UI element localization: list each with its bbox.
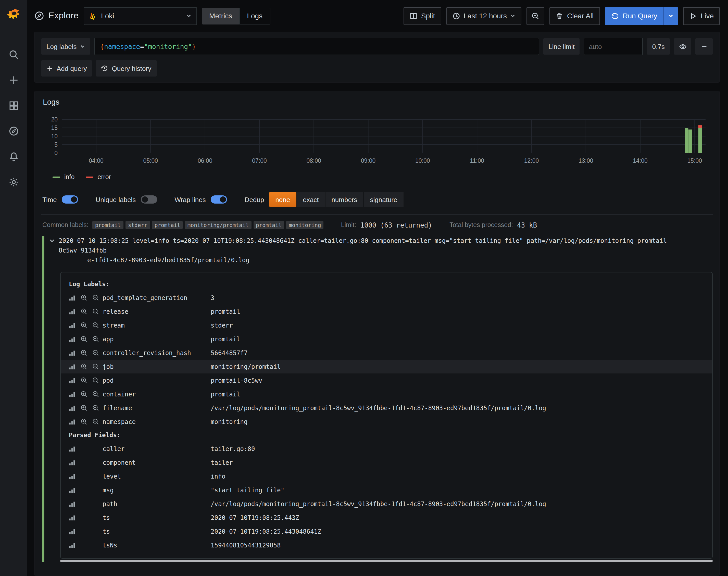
dedup-option-button[interactable]: numbers <box>325 192 363 207</box>
minus-icon <box>700 42 708 50</box>
stats-bars-icon[interactable] <box>69 459 76 466</box>
unique-labels-option-label: Unique labels <box>96 196 136 203</box>
split-label: Split <box>421 12 435 20</box>
stats-bars-icon[interactable] <box>69 514 76 521</box>
stats-bars-icon[interactable] <box>69 500 76 507</box>
filter-out-icon[interactable] <box>92 363 99 370</box>
filter-for-icon[interactable] <box>81 391 87 398</box>
settings-gear-icon[interactable] <box>8 176 19 188</box>
grafana-logo[interactable] <box>5 5 22 23</box>
tab-metrics[interactable]: Metrics <box>202 7 239 24</box>
logs-chart-svg[interactable]: 04:0005:0006:0007:0008:0009:0010:0011:00… <box>41 114 710 171</box>
alerting-bell-icon[interactable] <box>8 151 19 162</box>
tab-logs[interactable]: Logs <box>239 7 270 24</box>
horizontal-scrollbar[interactable] <box>60 560 713 562</box>
field-key: app <box>103 336 211 343</box>
unique-labels-toggle[interactable] <box>141 195 157 204</box>
stats-bars-icon[interactable] <box>69 528 76 535</box>
stats-bars-icon[interactable] <box>69 391 76 398</box>
filter-for-icon[interactable] <box>81 308 87 315</box>
common-label-badge: stderr <box>125 221 150 229</box>
filter-out-icon[interactable] <box>92 419 99 425</box>
filter-out-icon[interactable] <box>92 308 99 315</box>
filter-for-icon[interactable] <box>81 294 87 301</box>
field-key: path <box>103 500 211 508</box>
mode-tabs: Metrics Logs <box>202 7 270 24</box>
legend-item-info[interactable]: info <box>53 173 75 181</box>
dedup-option-button[interactable]: none <box>269 192 296 207</box>
filter-out-icon[interactable] <box>92 336 99 342</box>
svg-text:04:00: 04:00 <box>89 157 104 164</box>
stats-bars-icon[interactable] <box>69 542 76 548</box>
filter-for-icon[interactable] <box>81 405 87 411</box>
filter-out-icon[interactable] <box>92 294 99 301</box>
stats-bars-icon[interactable] <box>69 322 76 328</box>
clear-all-button[interactable]: Clear All <box>550 7 600 25</box>
top-navbar: Explore Loki Metrics Logs <box>27 0 728 32</box>
svg-text:05:00: 05:00 <box>143 157 158 164</box>
log-label-row: namespace monitoring <box>61 415 712 429</box>
time-range-picker[interactable]: Last 12 hours <box>446 7 522 25</box>
stats-bars-icon[interactable] <box>69 336 76 342</box>
stats-bars-icon[interactable] <box>69 405 76 411</box>
filter-out-icon[interactable] <box>92 322 99 328</box>
svg-text:0: 0 <box>54 150 58 156</box>
query-duration-value: 0.7s <box>652 42 665 50</box>
field-key: container <box>103 391 211 398</box>
toggle-visibility-button[interactable] <box>674 38 691 55</box>
stats-bars-icon[interactable] <box>69 349 76 356</box>
stats-bars-icon[interactable] <box>69 419 76 425</box>
time-toggle[interactable] <box>62 195 78 204</box>
field-key: level <box>103 473 211 480</box>
filter-for-icon[interactable] <box>81 349 87 356</box>
search-icon[interactable] <box>8 49 19 60</box>
filter-out-icon[interactable] <box>92 377 99 384</box>
wrap-lines-toggle[interactable] <box>211 195 227 204</box>
filter-for-icon[interactable] <box>81 377 87 384</box>
run-query-main[interactable]: Run Query <box>605 7 663 25</box>
query-history-button[interactable]: Query history <box>96 60 156 77</box>
stats-bars-icon[interactable] <box>69 363 76 370</box>
explore-compass-icon[interactable] <box>8 125 19 137</box>
run-query-button[interactable]: Run Query <box>605 7 678 25</box>
dedup-option-button[interactable]: signature <box>364 192 404 207</box>
filter-out-icon[interactable] <box>92 391 99 398</box>
dedup-option-button[interactable]: exact <box>297 192 325 207</box>
zoom-out-button[interactable] <box>527 7 545 25</box>
run-query-dropdown[interactable] <box>664 7 678 25</box>
log-labels-heading: Log Labels: <box>69 278 704 291</box>
dedup-segmented-control: noneexactnumberssignature <box>269 192 403 207</box>
filter-for-icon[interactable] <box>81 363 87 370</box>
field-key: stream <box>103 322 211 329</box>
stats-bars-icon[interactable] <box>69 294 76 301</box>
logs-panel: Logs 04:0005:0006:0007:0008:0009:0010:00… <box>34 91 720 576</box>
datasource-value: Loki <box>101 12 182 20</box>
dashboards-icon[interactable] <box>8 100 19 111</box>
log-label-row: app promtail <box>61 332 712 346</box>
add-query-button[interactable]: Add query <box>41 60 92 77</box>
common-label-badge: promtail <box>253 221 284 229</box>
stats-bars-icon[interactable] <box>69 487 76 493</box>
stats-bars-icon[interactable] <box>69 308 76 315</box>
stats-bars-icon[interactable] <box>69 473 76 480</box>
filter-for-icon[interactable] <box>81 419 87 425</box>
filter-out-icon[interactable] <box>92 349 99 356</box>
line-limit-input[interactable] <box>584 38 643 55</box>
datasource-picker[interactable]: Loki <box>84 7 197 25</box>
filter-for-icon[interactable] <box>81 322 87 328</box>
legend-item-error[interactable]: error <box>86 173 111 181</box>
log-options-row: Time Unique labels Wrap lines Dedup none… <box>41 189 713 215</box>
stats-bars-icon[interactable] <box>69 377 76 384</box>
filter-out-icon[interactable] <box>92 405 99 411</box>
remove-query-button[interactable] <box>695 38 713 55</box>
log-labels-dropdown[interactable]: Log labels <box>41 38 91 55</box>
filter-for-icon[interactable] <box>81 336 87 342</box>
query-expression-input[interactable]: {namespace="monitoring"} <box>95 38 540 55</box>
toggle-knob <box>220 196 226 203</box>
create-plus-icon[interactable] <box>8 75 19 86</box>
collapse-caret-icon[interactable] <box>49 238 55 244</box>
chevron-down-icon <box>80 44 85 49</box>
live-button[interactable]: Live <box>683 7 720 25</box>
stats-bars-icon[interactable] <box>69 445 76 452</box>
split-button[interactable]: Split <box>404 7 441 25</box>
